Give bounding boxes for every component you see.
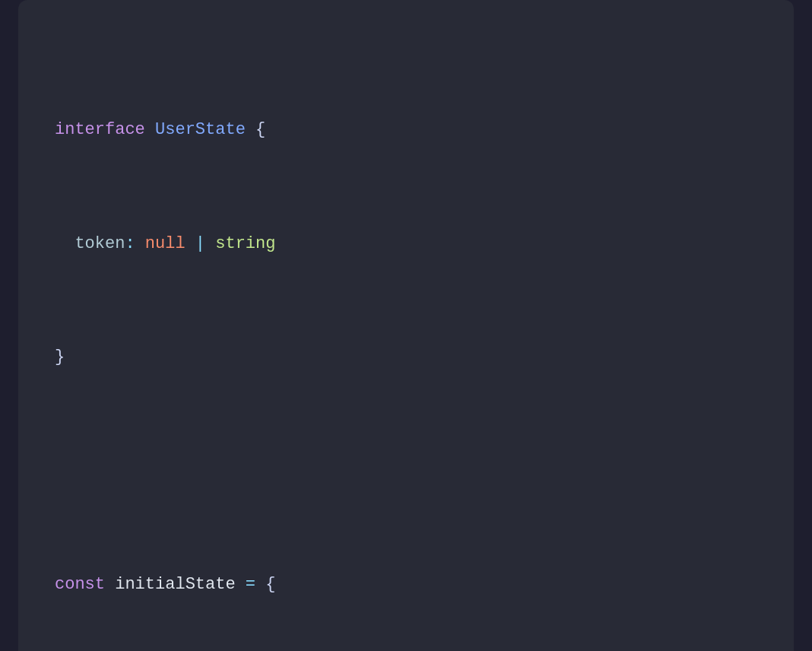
- code-line-1: interface UserState {: [55, 116, 757, 144]
- code-line-3: }: [55, 343, 757, 371]
- code-line-4: [55, 457, 757, 485]
- code-line-2: token: null | string: [55, 230, 757, 258]
- code-block: interface UserState { token: null | stri…: [55, 30, 757, 651]
- code-line-5: const initialState = {: [55, 570, 757, 599]
- code-editor-container: interface UserState { token: null | stri…: [18, 0, 794, 651]
